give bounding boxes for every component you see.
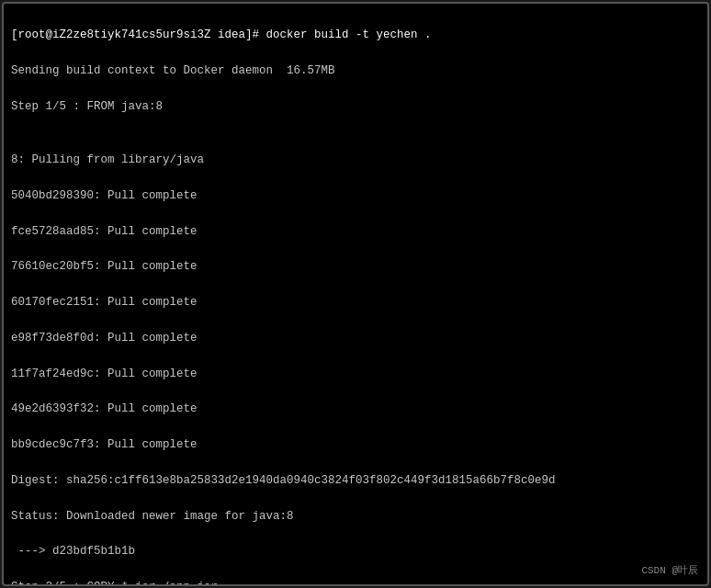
- terminal-content[interactable]: [root@iZ2ze8tiyk741cs5ur9si3Z idea]# doc…: [4, 4, 707, 584]
- line-17: Step 2/5 : COPY *.jar /app.jar: [11, 579, 700, 584]
- line-15: Status: Downloaded newer image for java:…: [11, 508, 700, 526]
- line-13: bb9cdec9c7f3: Pull complete: [11, 436, 700, 454]
- line-7: fce5728aad85: Pull complete: [11, 223, 700, 241]
- line-2: Sending build context to Docker daemon 1…: [11, 62, 700, 80]
- watermark: CSDN @叶辰: [641, 563, 698, 577]
- line-8: 76610ec20bf5: Pull complete: [11, 258, 700, 276]
- line-6: 5040bd298390: Pull complete: [11, 187, 700, 205]
- line-1: [root@iZ2ze8tiyk741cs5ur9si3Z idea]# doc…: [11, 27, 700, 44]
- line-9: 60170fec2151: Pull complete: [11, 294, 700, 311]
- terminal-window: [root@iZ2ze8tiyk741cs5ur9si3Z idea]# doc…: [2, 2, 709, 586]
- line-16: ---> d23bdf5b1b1b: [11, 543, 700, 560]
- line-14: Digest: sha256:c1ff613e8ba25833d2e1940da…: [11, 472, 700, 490]
- line-11: 11f7af24ed9c: Pull complete: [11, 366, 700, 383]
- line-5: 8: Pulling from library/java: [11, 152, 700, 169]
- line-12: 49e2d6393f32: Pull complete: [11, 401, 700, 418]
- line-10: e98f73de8f0d: Pull complete: [11, 330, 700, 347]
- line-3: Step 1/5 : FROM java:8: [11, 98, 700, 116]
